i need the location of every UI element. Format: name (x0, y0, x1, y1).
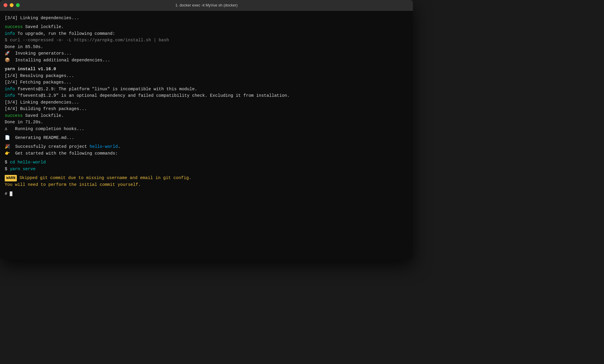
blank-line (5, 132, 408, 135)
terminal-line: info fsevents@1.2.9: The platform "linux… (5, 86, 408, 92)
terminal-line: 🚀 Invoking generators... (5, 50, 408, 57)
terminal-line: [1/4] Resolving packages... (5, 73, 408, 79)
info-label: info (5, 87, 15, 91)
terminal-line: yarn install v1.16.0 (5, 66, 408, 72)
blank-line (5, 63, 408, 66)
cursor (10, 191, 12, 196)
minimize-button[interactable] (10, 3, 14, 7)
terminal-line: $ curl --compressed -o- -L https://yarnp… (5, 37, 408, 43)
success-label: success (5, 113, 23, 118)
titlebar: 1. docker exec -it MyVue sh (docker) (0, 0, 413, 11)
terminal-line: info To upgrade, run the following comma… (5, 30, 408, 37)
info-label: info (5, 93, 15, 98)
terminal-line: Done in 71.20s. (5, 119, 408, 125)
blank-line (5, 141, 408, 143)
maximize-button[interactable] (16, 3, 20, 7)
terminal-line: [2/4] Fetching packages... (5, 79, 408, 86)
terminal-line: 📦 Installing additional dependencies... (5, 57, 408, 63)
close-button[interactable] (4, 3, 7, 7)
terminal-line: 🎉 Successfully created project hello-wor… (5, 143, 408, 150)
terminal-line: [4/4] Building fresh packages... (5, 106, 408, 112)
terminal-line: 👉 Get started with the following command… (5, 150, 408, 157)
traffic-lights (4, 3, 20, 7)
warn-badge: WARN (5, 175, 17, 181)
info-label: info (5, 31, 15, 36)
blank-line (5, 157, 408, 159)
project-link: hello-world (90, 144, 118, 149)
terminal-line: # (5, 191, 408, 197)
terminal-line: $ yarn serve (5, 166, 408, 172)
terminal-line: [3/4] Linking dependencies... (5, 15, 408, 21)
command-text: yarn serve (7, 167, 36, 171)
warn-text: Skipped git commit due to missing userna… (17, 176, 191, 180)
blank-line (5, 21, 408, 24)
terminal-line: success Saved lockfile. (5, 112, 408, 119)
terminal-output: [3/4] Linking dependencies...success Sav… (0, 11, 413, 260)
terminal-line: info "fsevents@1.2.9" is an optional dep… (5, 92, 408, 99)
blank-line (5, 188, 408, 191)
command-text: cd hello-world (7, 160, 46, 165)
success-label: success (5, 24, 23, 29)
window-title: 1. docker exec -it MyVue sh (docker) (175, 3, 237, 7)
terminal-line: success Saved lockfile. (5, 24, 408, 30)
terminal-line: WARN Skipped git commit due to missing u… (5, 175, 408, 181)
terminal-line: $ cd hello-world (5, 159, 408, 165)
terminal-line: [3/4] Linking dependencies... (5, 99, 408, 106)
terminal-line: Done in 85.50s. (5, 44, 408, 50)
blank-line (5, 172, 408, 175)
terminal-line: 📄 Generating README.md... (5, 135, 408, 141)
terminal-line: ⚓ Running completion hooks... (5, 126, 408, 132)
terminal-line: You will need to perform the initial com… (5, 181, 408, 188)
